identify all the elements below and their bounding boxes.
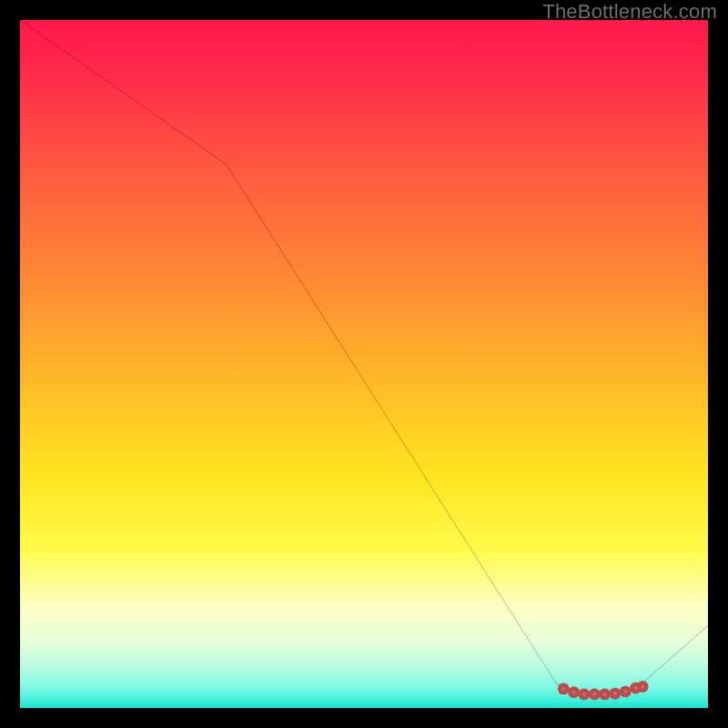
optimal-dot: [591, 691, 598, 698]
plot-area: [20, 20, 708, 708]
chart-svg: [20, 20, 708, 708]
optimal-dot: [612, 690, 619, 697]
chart-stage: TheBottleneck.com: [0, 0, 728, 728]
optimal-dot: [639, 682, 646, 690]
optimal-dot: [560, 685, 567, 693]
optimal-dot: [601, 691, 608, 698]
bottleneck-curve-line: [20, 20, 708, 694]
optimal-dot: [570, 688, 577, 695]
optimal-region-dots: [560, 682, 646, 698]
optimal-dot: [622, 688, 629, 695]
optimal-dot: [581, 691, 588, 698]
